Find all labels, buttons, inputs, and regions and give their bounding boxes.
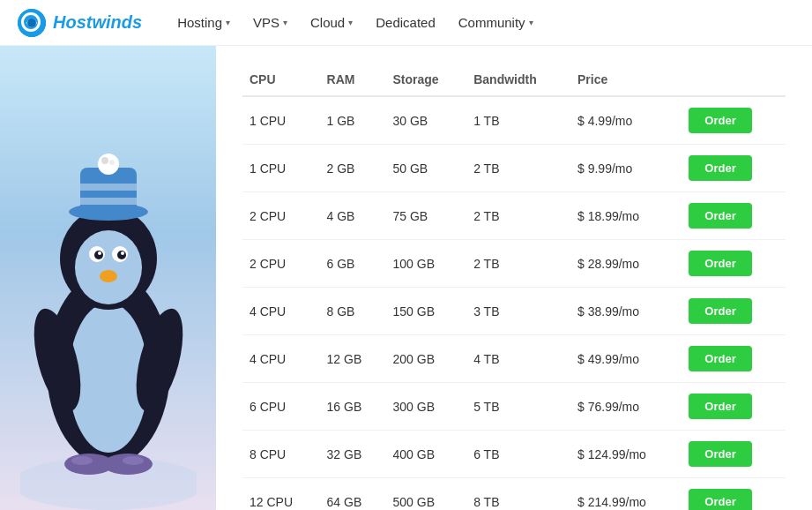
cell-order: Order [682, 335, 786, 383]
navbar: Hostwinds Hosting ▾ VPS ▾ Cloud ▾ Dedica… [0, 0, 812, 46]
table-row: 4 CPU 8 GB 150 GB 3 TB $ 38.99/mo Order [242, 288, 786, 335]
svg-rect-17 [80, 198, 137, 205]
order-button[interactable]: Order [689, 489, 751, 510]
table-row: 2 CPU 4 GB 75 GB 2 TB $ 18.99/mo Order [242, 192, 786, 240]
nav-item-community[interactable]: Community ▾ [450, 10, 542, 35]
cell-cpu: 8 CPU [242, 431, 320, 478]
right-panel: CPU RAM Storage Bandwidth Price 1 CPU 1 … [216, 46, 812, 510]
cell-cpu: 4 CPU [242, 335, 320, 383]
order-button[interactable]: Order [689, 441, 751, 467]
table-row: 4 CPU 12 GB 200 GB 4 TB $ 49.99/mo Order [242, 335, 786, 383]
cell-cpu: 6 CPU [242, 383, 320, 431]
cell-price: $ 9.99/mo [570, 145, 682, 192]
table-header: CPU RAM Storage Bandwidth Price [242, 64, 786, 96]
svg-point-12 [121, 251, 124, 255]
svg-point-13 [100, 270, 117, 282]
logo[interactable]: Hostwinds [18, 9, 142, 37]
cell-order: Order [682, 431, 786, 478]
svg-point-20 [109, 160, 115, 165]
cell-cpu: 4 CPU [242, 288, 320, 335]
cell-storage: 50 GB [386, 145, 467, 192]
nav-link-dedicated[interactable]: Dedicated [367, 10, 444, 35]
cell-ram: 1 GB [320, 96, 386, 145]
nav-item-vps[interactable]: VPS ▾ [244, 10, 296, 35]
cell-ram: 4 GB [320, 192, 386, 240]
svg-point-26 [123, 456, 144, 465]
table-row: 1 CPU 1 GB 30 GB 1 TB $ 4.99/mo Order [242, 96, 786, 145]
cell-ram: 64 GB [320, 478, 386, 511]
table-row: 6 CPU 16 GB 300 GB 5 TB $ 76.99/mo Order [242, 383, 786, 431]
cell-bandwidth: 5 TB [466, 383, 570, 431]
cell-order: Order [682, 240, 786, 288]
order-button[interactable]: Order [689, 108, 751, 133]
cell-bandwidth: 2 TB [466, 145, 570, 192]
cell-bandwidth: 2 TB [466, 192, 570, 240]
cell-price: $ 38.99/mo [570, 288, 682, 335]
col-header-cpu: CPU [242, 64, 320, 96]
cell-cpu: 1 CPU [242, 96, 320, 145]
cell-cpu: 2 CPU [242, 240, 320, 288]
cell-price: $ 28.99/mo [570, 240, 682, 288]
cell-ram: 32 GB [320, 431, 386, 478]
left-panel [0, 46, 216, 510]
logo-text: Hostwinds [53, 12, 142, 33]
cell-order: Order [682, 96, 786, 145]
order-button[interactable]: Order [689, 346, 751, 371]
svg-point-0 [18, 9, 46, 37]
cell-bandwidth: 6 TB [466, 431, 570, 478]
order-button[interactable]: Order [689, 298, 751, 324]
table-row: 12 CPU 64 GB 500 GB 8 TB $ 214.99/mo Ord… [242, 478, 786, 511]
cell-price: $ 76.99/mo [570, 383, 682, 431]
cell-price: $ 18.99/mo [570, 192, 682, 240]
nav-link-cloud[interactable]: Cloud ▾ [302, 10, 361, 35]
nav-link-community[interactable]: Community ▾ [450, 10, 542, 35]
svg-point-4 [69, 303, 148, 453]
cell-cpu: 12 CPU [242, 478, 320, 511]
svg-rect-16 [80, 184, 137, 191]
nav-item-dedicated[interactable]: Dedicated [367, 10, 444, 35]
table-row: 1 CPU 2 GB 50 GB 2 TB $ 9.99/mo Order [242, 145, 786, 192]
cell-ram: 2 GB [320, 145, 386, 192]
chevron-down-icon: ▾ [226, 18, 230, 27]
cell-storage: 500 GB [386, 478, 467, 511]
pricing-table: CPU RAM Storage Bandwidth Price 1 CPU 1 … [242, 64, 786, 510]
cell-bandwidth: 1 TB [466, 96, 570, 145]
cell-order: Order [682, 288, 786, 335]
svg-point-18 [98, 154, 119, 175]
cell-ram: 12 GB [320, 335, 386, 383]
nav-item-cloud[interactable]: Cloud ▾ [302, 10, 361, 35]
cell-bandwidth: 2 TB [466, 240, 570, 288]
cell-bandwidth: 8 TB [466, 478, 570, 511]
svg-point-6 [75, 230, 142, 304]
order-button[interactable]: Order [689, 203, 751, 229]
order-button[interactable]: Order [689, 155, 751, 181]
col-header-price: Price [570, 64, 682, 96]
cell-storage: 100 GB [386, 240, 467, 288]
svg-point-11 [98, 251, 101, 255]
svg-point-25 [71, 456, 93, 465]
cell-storage: 400 GB [386, 431, 467, 478]
cell-storage: 200 GB [386, 335, 467, 383]
col-header-ram: RAM [320, 64, 386, 96]
cell-price: $ 214.99/mo [570, 478, 682, 511]
cell-storage: 150 GB [386, 288, 467, 335]
order-button[interactable]: Order [689, 394, 751, 419]
order-button[interactable]: Order [689, 251, 751, 276]
nav-link-vps[interactable]: VPS ▾ [244, 10, 296, 35]
cell-cpu: 2 CPU [242, 192, 320, 240]
cell-ram: 16 GB [320, 383, 386, 431]
nav-item-hosting[interactable]: Hosting ▾ [168, 10, 239, 35]
table-row: 2 CPU 6 GB 100 GB 2 TB $ 28.99/mo Order [242, 240, 786, 288]
table-body: 1 CPU 1 GB 30 GB 1 TB $ 4.99/mo Order 1 … [242, 96, 786, 510]
cell-order: Order [682, 145, 786, 192]
cell-bandwidth: 4 TB [466, 335, 570, 383]
cell-price: $ 4.99/mo [570, 96, 682, 145]
table-row: 8 CPU 32 GB 400 GB 6 TB $ 124.99/mo Orde… [242, 431, 786, 478]
chevron-down-icon: ▾ [529, 18, 533, 27]
penguin-illustration [20, 104, 197, 510]
cell-order: Order [682, 478, 786, 511]
cell-bandwidth: 3 TB [466, 288, 570, 335]
nav-link-hosting[interactable]: Hosting ▾ [168, 10, 239, 35]
col-header-action [682, 64, 786, 96]
cell-storage: 75 GB [386, 192, 467, 240]
